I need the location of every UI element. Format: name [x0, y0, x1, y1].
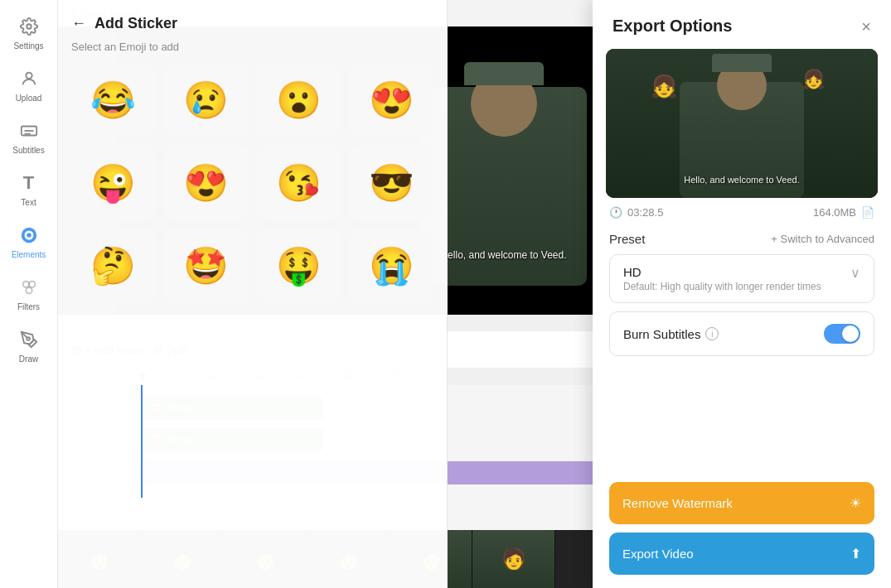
emoji-cell-7[interactable]: 😎 — [349, 146, 433, 220]
preview-subtitle-text: Hello, and welcome to Veed. — [684, 175, 799, 185]
emoji-grid: 😂 😢 😮 😍 😜 😍 😘 😎 🤔 🤩 🤑 😭 — [58, 63, 447, 303]
close-button[interactable]: × — [861, 18, 871, 35]
upload-icon — [17, 67, 41, 90]
preset-dropdown[interactable]: HD Default: High quality with longer ren… — [609, 254, 874, 303]
sidebar-item-text[interactable]: T Text — [4, 165, 54, 214]
preview-sticker-2: 👧 — [802, 69, 825, 90]
export-icon: ⬆ — [850, 546, 861, 561]
settings-icon — [17, 15, 41, 38]
export-video-button[interactable]: Export Video ⬆ — [609, 533, 874, 575]
sidebar-item-elements[interactable]: Elements — [4, 217, 54, 266]
subtitles-icon — [17, 119, 41, 142]
emoji-cell-4[interactable]: 😜 — [71, 146, 156, 220]
text-icon: T — [17, 171, 41, 195]
svg-point-1 — [26, 73, 31, 79]
duration-value: 03:28.5 — [627, 206, 663, 219]
emoji-cell-9[interactable]: 🤩 — [164, 229, 249, 303]
export-actions: Remove Watermark ☀ Export Video ⬆ — [593, 469, 891, 588]
emoji-cell-3[interactable]: 😍 — [349, 63, 433, 137]
emoji-cell-8[interactable]: 🤔 — [71, 229, 156, 303]
svg-point-8 — [22, 282, 28, 287]
burn-subtitles-toggle[interactable] — [824, 324, 860, 344]
burn-subtitles-row: Burn Subtitles i — [609, 311, 874, 356]
file-icon: 📄 — [861, 206, 874, 219]
sticker-panel: ← Add Sticker Select an Emoji to add 😂 😢… — [58, 0, 448, 588]
sticker-panel-title: Add Sticker — [94, 15, 177, 32]
sidebar-item-subtitles[interactable]: Subtitles — [4, 113, 54, 161]
thumb-frame-6: 🧑 — [472, 530, 555, 588]
toggle-thumb — [842, 325, 859, 342]
svg-point-7 — [27, 233, 31, 238]
sidebar-item-filters[interactable]: Filters — [4, 269, 54, 318]
playhead — [141, 385, 143, 498]
sidebar-item-settings-label: Settings — [13, 41, 43, 51]
remove-watermark-button[interactable]: Remove Watermark ☀ — [609, 482, 874, 524]
sidebar-item-upload-label: Upload — [16, 94, 42, 103]
preview-sticker-1: 👧 — [651, 74, 677, 99]
switch-to-advanced-link[interactable]: + Switch to Advanced — [771, 233, 874, 245]
preset-section: Preset + Switch to Advanced HD Default: … — [593, 227, 891, 361]
clock-icon: 🕐 — [609, 206, 622, 219]
svg-point-10 — [26, 287, 31, 293]
sidebar-item-draw[interactable]: Draw — [4, 321, 54, 370]
watermark-icon: ☀ — [850, 495, 861, 511]
sidebar-item-subtitles-label: Subtitles — [12, 146, 44, 155]
export-panel: Export Options × 👧 👧 Hello, and welcome … — [593, 0, 891, 588]
preset-description: Default: High quality with longer render… — [623, 281, 821, 292]
info-icon[interactable]: i — [705, 327, 719, 340]
sidebar-item-text-label: Text — [21, 198, 36, 207]
chevron-down-icon: ∨ — [850, 265, 860, 281]
emoji-cell-6[interactable]: 😘 — [257, 146, 341, 220]
sidebar-item-upload[interactable]: Upload — [4, 60, 54, 109]
back-button[interactable]: ← — [71, 15, 86, 32]
emoji-cell-1[interactable]: 😢 — [164, 63, 249, 137]
emoji-cell-10[interactable]: 🤑 — [257, 229, 341, 303]
emoji-cell-0[interactable]: 😂 — [71, 63, 156, 137]
sticker-panel-subtitle: Select an Emoji to add — [58, 41, 447, 63]
svg-point-9 — [29, 282, 35, 287]
sidebar-item-draw-label: Draw — [19, 354, 38, 364]
elements-icon — [17, 224, 41, 247]
svg-point-0 — [27, 24, 31, 29]
filters-icon — [17, 276, 41, 299]
sidebar: Settings Upload Subtitles T Text Element… — [0, 0, 58, 588]
sidebar-item-filters-label: Filters — [17, 302, 40, 311]
emoji-cell-5[interactable]: 😍 — [164, 146, 249, 220]
draw-icon — [17, 328, 41, 351]
sidebar-item-settings[interactable]: Settings — [4, 8, 54, 57]
preset-label: Preset — [609, 232, 645, 246]
preview-person: 👧 👧 Hello, and welcome to Veed. — [606, 49, 878, 198]
emoji-cell-2[interactable]: 😮 — [257, 63, 341, 137]
export-header: Export Options × — [593, 0, 891, 49]
svg-point-11 — [27, 337, 30, 340]
file-size-value: 164.0MB — [813, 206, 856, 219]
video-subtitle: Hello, and welcome to Veed. — [440, 249, 566, 261]
emoji-cell-11[interactable]: 😭 — [349, 229, 433, 303]
export-meta: 🕐 03:28.5 164.0MB 📄 — [593, 198, 891, 227]
preset-name: HD — [623, 265, 821, 279]
export-title: Export Options — [613, 17, 732, 36]
sidebar-item-elements-label: Elements — [12, 250, 46, 259]
burn-subtitles-label: Burn Subtitles i — [623, 327, 719, 341]
export-preview: 👧 👧 Hello, and welcome to Veed. — [606, 49, 878, 198]
